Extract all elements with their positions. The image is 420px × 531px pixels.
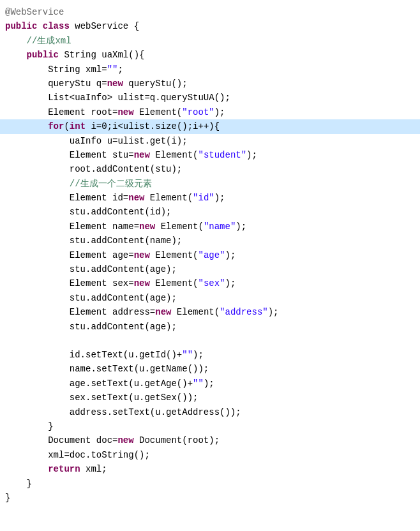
code-token-normal: ); [268,305,279,319]
code-token-normal: address.setText(u.getAddress()); [5,405,241,419]
code-line: sex.setText(u.getSex()); [0,391,420,405]
code-token-keyword: new [155,305,171,319]
code-token-keyword: for [48,119,64,133]
code-token-normal: Element root= [5,105,117,119]
code-line: Element sex=new Element("sex"); [0,276,420,290]
code-line: queryStu q=new queryStu(); [0,77,420,91]
code-token-normal: Document doc= [5,433,117,447]
code-line: age.setText(u.getAge()+""); [0,377,420,391]
code-token-normal: ); [214,105,225,119]
code-line: for(int i=0;i<ulist.size();i++){ [0,119,420,133]
code-token-keyword: public class [5,19,70,33]
code-token-normal: ); [214,191,225,205]
code-token-normal: xml; [80,462,107,476]
code-token-normal: root.addContent(stu); [5,162,182,176]
code-token-normal: Element( [144,191,193,205]
code-token-normal: id.setText(u.getId()+ [5,348,182,362]
code-line: Element address=new Element("address"); [0,305,420,319]
code-line: public class webService { [0,19,420,33]
code-line: root.addContent(stu); [0,162,420,176]
code-token-normal: stu.addContent(name); [5,234,182,248]
code-token-string: "age" [198,248,225,262]
code-editor: @WebServicepublic class webService { //生… [0,0,420,531]
code-token-normal: i=0;i<ulist.size();i++){ [86,119,220,133]
code-line: String xml=""; [0,63,420,77]
code-token-string: "name" [204,220,236,234]
code-token-normal: String xml= [5,63,107,77]
code-line: public String uaXml(){ [0,48,420,62]
code-line: List<uaInfo> ulist=q.queryStuUA(); [0,91,420,105]
code-token-string: "" [182,348,193,362]
code-token-normal: Element( [134,105,183,119]
code-line: } [0,419,420,433]
code-line: Element stu=new Element("student"); [0,148,420,162]
code-line: //生成xml [0,34,420,48]
code-token-string: "root" [182,105,214,119]
code-token-keyword: new [134,276,150,290]
code-token-normal: Element name= [5,220,139,234]
code-token-normal: webService { [70,19,139,33]
code-line: stu.addContent(age); [0,291,420,305]
code-token-normal: } [5,491,10,505]
code-token-string: "" [107,63,118,77]
code-token-string: "" [193,377,204,391]
code-token-normal: String uaXml(){ [59,48,144,62]
code-line: Element name=new Element("name"); [0,220,420,234]
code-line: } [0,491,420,505]
code-token-normal: Element( [171,305,220,319]
code-token-keyword: new [107,77,123,91]
code-line: xml=doc.toString(); [0,448,420,462]
code-token-keyword: new [134,148,150,162]
code-line: return xml; [0,462,420,476]
code-token-normal: stu.addContent(age); [5,320,177,334]
code-token-normal: Element id= [5,191,128,205]
code-token-normal: ; [117,63,123,77]
code-line: } [0,477,420,491]
code-token-keyword: return [48,462,80,476]
code-line: @WebService [0,5,420,19]
code-token-normal: stu.addContent(age); [5,262,177,276]
code-token-annotation: @WebService [5,5,64,19]
code-token-normal: stu.addContent(age); [5,291,177,305]
code-line: Element root=new Element("root"); [0,105,420,119]
code-token-normal [5,119,48,133]
code-token-normal: xml=doc.toString(); [5,448,150,462]
code-line: Document doc=new Document(root); [0,433,420,447]
code-token-normal: stu.addContent(id); [5,205,171,219]
code-line [0,334,420,348]
code-token-normal: ); [225,276,236,290]
code-token-normal: Element address= [5,305,155,319]
code-token-normal: Element age= [5,248,134,262]
code-line: stu.addContent(id); [0,205,420,219]
code-token-normal: Element( [155,220,204,234]
code-token-normal: } [5,477,32,491]
code-token-string: "sex" [198,276,225,290]
code-line: stu.addContent(age); [0,262,420,276]
code-token-keyword: int [70,119,86,133]
code-token-normal: Document(root); [134,433,220,447]
code-line: //生成一个二级元素 [0,177,420,191]
code-line: id.setText(u.getId()+""); [0,348,420,362]
code-token-keyword: new [139,220,155,234]
code-token-normal: Element( [150,148,199,162]
code-token-normal: age.setText(u.getAge()+ [5,377,193,391]
code-line: stu.addContent(age); [0,320,420,334]
code-token-string: "id" [193,191,214,205]
code-token-normal: queryStu q= [5,77,107,91]
code-token-normal: Element( [150,248,199,262]
code-token-comment: //生成xml [5,34,71,48]
code-line: uaInfo u=ulist.get(i); [0,134,420,148]
code-token-normal: name.setText(u.getName()); [5,362,209,376]
code-token-keyword: new [117,433,133,447]
code-token-normal: uaInfo u=ulist.get(i); [5,134,188,148]
code-token-normal: ); [225,248,236,262]
code-token-normal: ); [246,148,257,162]
code-token-normal [5,462,48,476]
code-line: Element age=new Element("age"); [0,248,420,262]
code-line: name.setText(u.getName()); [0,362,420,376]
code-token-normal: } [5,419,54,433]
code-token-comment: //生成一个二级元素 [5,177,152,191]
code-line: Element id=new Element("id"); [0,191,420,205]
code-token-string: "student" [198,148,246,162]
code-token-string: "address" [220,305,268,319]
